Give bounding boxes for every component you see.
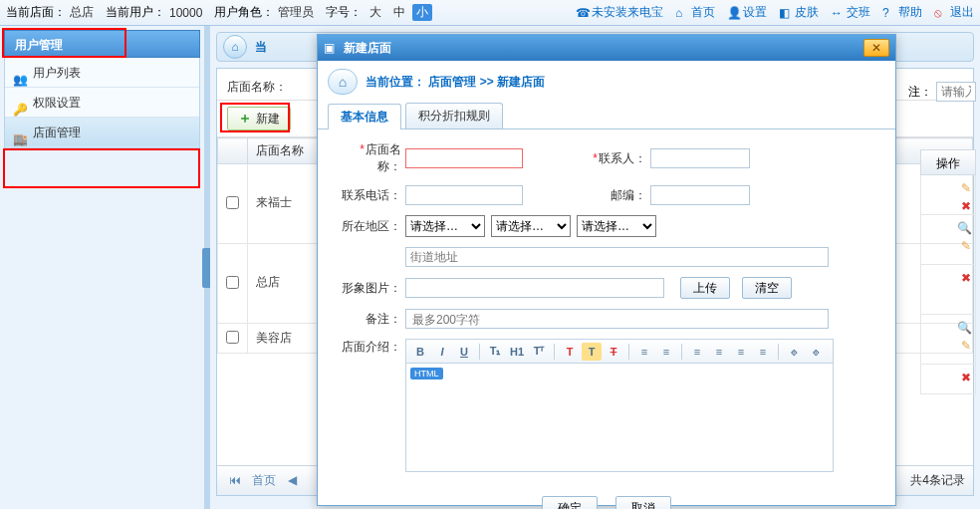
label-image: 形象图片：: [338, 280, 401, 297]
rte-toolbar: B I U T₁ H1 Tᵀ T T T ≡ ≡ ≡ ≡: [405, 339, 834, 363]
edit-icon[interactable]: ✎: [957, 239, 971, 253]
remark-textarea[interactable]: [405, 309, 829, 329]
rte-align-right-icon[interactable]: ≡: [731, 343, 751, 361]
row-checkbox[interactable]: [226, 196, 239, 209]
sidebar-item-stores[interactable]: 🏬 店面管理: [5, 118, 199, 147]
modal-title: 新建店面: [344, 40, 391, 57]
crumb-parent[interactable]: 店面管理: [428, 75, 476, 89]
rte-italic[interactable]: I: [432, 343, 452, 361]
new-button[interactable]: ＋ 新建: [227, 107, 291, 130]
role-label: 用户角色：: [214, 4, 274, 21]
image-path-input[interactable]: [405, 278, 664, 298]
rte-removeformat-icon[interactable]: T: [604, 343, 623, 361]
nav-home[interactable]: ⌂首页: [675, 4, 715, 21]
modal-breadcrumb: ⌂ 当前位置： 店面管理 >> 新建店面: [318, 61, 895, 103]
search-icon[interactable]: 🔍: [957, 321, 971, 335]
shift-icon: ↔: [831, 6, 845, 20]
rte-h1[interactable]: H1: [507, 343, 527, 361]
col-check: [218, 138, 248, 164]
rte-ol-icon[interactable]: ≡: [634, 343, 654, 361]
user-value: 10000: [169, 6, 202, 20]
clear-button[interactable]: 清空: [742, 277, 792, 299]
row-checkbox[interactable]: [226, 331, 239, 344]
rte-align-left-icon[interactable]: ≡: [687, 343, 707, 361]
search-icon[interactable]: 🔍: [957, 221, 971, 235]
row-checkbox[interactable]: [226, 276, 239, 289]
nav-exit[interactable]: ⦸退出: [934, 4, 974, 21]
rte-underline[interactable]: U: [454, 343, 474, 361]
pager-first[interactable]: 首页: [248, 473, 280, 487]
region-city-select[interactable]: 请选择…: [491, 215, 571, 237]
rte-t2[interactable]: Tᵀ: [529, 343, 549, 361]
top-bar: 当前店面： 总店 当前用户： 10000 用户角色： 管理员 字号： 大 中 小…: [0, 0, 980, 26]
sidebar-header: 用户管理: [4, 30, 200, 58]
remark-input[interactable]: [936, 82, 976, 102]
crumb-current: 新建店面: [497, 75, 545, 89]
tab-basic[interactable]: 基本信息: [328, 104, 401, 129]
highlight-box-2: [3, 148, 200, 188]
nav-shift[interactable]: ↔交班: [831, 4, 870, 21]
label-intro: 店面介绍：: [338, 339, 401, 356]
edit-icon[interactable]: ✎: [957, 339, 971, 353]
crumb-text: 当: [255, 39, 267, 56]
rte-unlink-icon[interactable]: ⟐: [806, 343, 826, 361]
nav-skin[interactable]: ◧皮肤: [779, 4, 819, 21]
delete-icon[interactable]: ✖: [957, 371, 971, 384]
remark-label: 注：: [908, 84, 932, 101]
close-icon: ✕: [871, 41, 881, 55]
delete-icon[interactable]: ✖: [957, 199, 971, 213]
label-region: 所在地区：: [338, 218, 401, 235]
rte-ul-icon[interactable]: ≡: [656, 343, 676, 361]
rte-link-icon[interactable]: ⟐: [784, 343, 804, 361]
sidebar-item-permissions[interactable]: 🔑 权限设置: [5, 88, 199, 118]
col-ops: 操作: [920, 149, 976, 175]
rte-align-center-icon[interactable]: ≡: [709, 343, 729, 361]
modal-form: *店面名称： *联系人： 联系电话： 邮编： 所在地区： 请选择… 请选择… 请…: [318, 129, 895, 488]
skin-icon: ◧: [779, 6, 793, 20]
phone-notice-link[interactable]: ☎未安装来电宝: [576, 4, 663, 21]
users-icon: 👥: [13, 65, 29, 81]
nav-settings[interactable]: 👤设置: [727, 4, 767, 21]
label-contact: *联系人：: [583, 150, 646, 167]
sidebar: 用户管理 👥 用户列表 🔑 权限设置 🏬 店面管理: [0, 26, 204, 509]
user-label: 当前用户：: [106, 4, 165, 21]
rte-align-justify-icon[interactable]: ≡: [753, 343, 773, 361]
upload-button[interactable]: 上传: [680, 277, 730, 299]
home-badge[interactable]: ⌂: [223, 35, 247, 59]
font-mid[interactable]: 中: [389, 4, 409, 21]
region-province-select[interactable]: 请选择…: [405, 215, 485, 237]
sidebar-item-users[interactable]: 👥 用户列表: [5, 58, 199, 88]
label-remark: 备注：: [338, 311, 401, 328]
rte-t1[interactable]: T₁: [485, 343, 505, 361]
store-value: 总店: [70, 4, 94, 21]
store-name-input[interactable]: [405, 148, 523, 168]
modal-titlebar[interactable]: ▣ 新建店面 ✕: [318, 35, 895, 61]
nav-help[interactable]: ?帮助: [882, 4, 922, 21]
home-icon: ⌂: [339, 74, 347, 90]
tab-rules[interactable]: 积分折扣规则: [405, 103, 503, 128]
pager-total: 共4条记录: [910, 472, 965, 489]
pager-first-icon[interactable]: ⏮: [225, 473, 245, 487]
label-store-name: *店面名称：: [338, 141, 401, 175]
delete-icon[interactable]: ✖: [957, 271, 971, 285]
rte-backcolor-icon[interactable]: T: [582, 343, 602, 361]
rte-forecolor-icon[interactable]: T: [560, 343, 580, 361]
phone-input[interactable]: [405, 185, 523, 205]
home-icon: ⌂: [231, 40, 238, 54]
edit-icon[interactable]: ✎: [957, 181, 971, 195]
rte-html-badge[interactable]: HTML: [410, 368, 443, 380]
pager-prev-icon[interactable]: ◀: [284, 473, 301, 487]
rte-editor[interactable]: HTML: [405, 363, 834, 472]
street-input[interactable]: [405, 247, 829, 267]
font-small[interactable]: 小: [412, 4, 432, 21]
contact-input[interactable]: [650, 148, 750, 168]
close-button[interactable]: ✕: [863, 39, 889, 57]
rte-bold[interactable]: B: [410, 343, 430, 361]
phone-icon: ☎: [576, 6, 590, 20]
home-badge[interactable]: ⌂: [328, 69, 358, 95]
region-district-select[interactable]: 请选择…: [577, 215, 656, 237]
zip-input[interactable]: [650, 185, 750, 205]
font-big[interactable]: 大: [366, 4, 385, 21]
cancel-button[interactable]: 取消: [615, 496, 671, 509]
ok-button[interactable]: 确定: [542, 496, 598, 509]
